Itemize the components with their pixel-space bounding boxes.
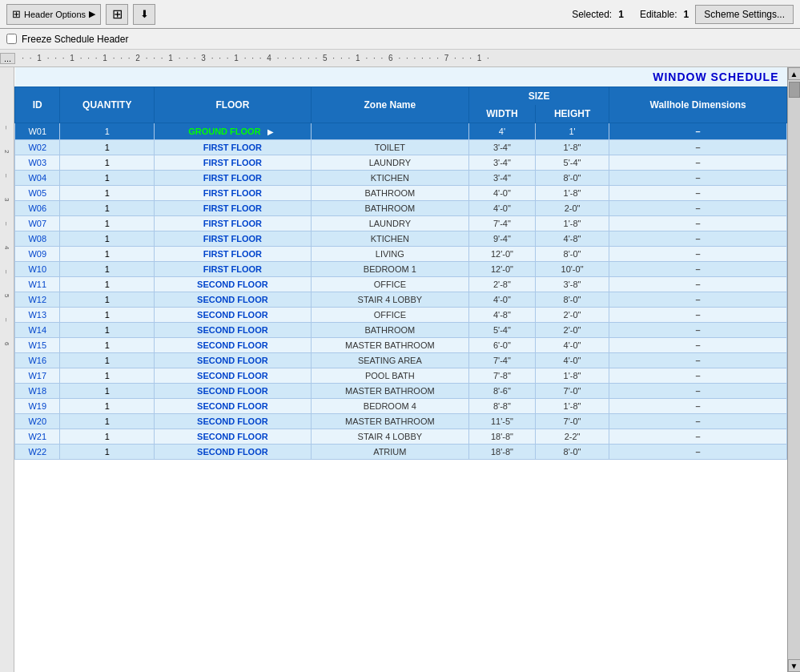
cell-qty: 1 <box>60 186 155 201</box>
editable-label: Editable: <box>640 9 677 20</box>
col-header-height: HEIGHT <box>535 105 609 123</box>
cell-width: 2'-8" <box>469 277 536 292</box>
cell-wallhole: – <box>609 323 787 338</box>
table-row[interactable]: W211SECOND FLOORSTAIR 4 LOBBY18'-8"2-2"– <box>15 429 787 445</box>
cell-wallhole: – <box>609 308 787 323</box>
cell-floor: SECOND FLOOR <box>155 277 312 292</box>
cell-width: 7'-4" <box>469 353 536 368</box>
cell-zone: KTICHEN <box>311 231 468 247</box>
selected-value: 1 <box>618 9 624 20</box>
table-row[interactable]: W071FIRST FLOORLAUNDRY7'-4"1'-8"– <box>15 216 787 231</box>
table-row[interactable]: W151SECOND FLOORMASTER BATHROOM6'-0"4'-0… <box>15 338 787 353</box>
col-header-wallhole: Wallhole Dimensions <box>609 87 787 123</box>
scrollbar-right[interactable]: ▲ ▼ <box>787 67 800 672</box>
cell-zone: OFFICE <box>311 277 468 292</box>
cell-id: W20 <box>15 414 60 429</box>
toolbar-left: ⊞ Header Options ▶ ⊞ ⬇ <box>6 4 155 25</box>
cell-zone: BATHROOM <box>311 186 468 201</box>
ruler-mark-2: 2 <box>0 139 14 163</box>
table-row[interactable]: W111SECOND FLOOROFFICE2'-8"3'-8"– <box>15 277 787 292</box>
cell-width: 12'-0" <box>469 262 536 277</box>
cell-id: W21 <box>15 429 60 445</box>
cell-width: 5'-4" <box>469 323 536 338</box>
table-row[interactable]: W171SECOND FLOORPOOL BATH7'-8"1'-8"– <box>15 368 787 384</box>
table-row[interactable]: W021FIRST FLOORTOILET3'-4"1'-8"– <box>15 140 787 155</box>
table-row[interactable]: W051FIRST FLOORBATHROOM4'-0"1'-8"– <box>15 186 787 201</box>
cell-qty: 1 <box>60 247 155 262</box>
ruler-marks: · · 1 · · · 1 · · · 1 · · · 2 · · · 1 · … <box>22 54 491 62</box>
cell-zone: MASTER BATHROOM <box>311 384 468 399</box>
cell-zone: BATHROOM <box>311 323 468 338</box>
cell-wallhole: – <box>609 186 787 201</box>
cell-floor: SECOND FLOOR <box>155 445 312 460</box>
cell-width: 4'-0" <box>469 201 536 216</box>
table-row[interactable]: W101FIRST FLOORBEDROOM 112'-0"10'-0"– <box>15 262 787 277</box>
freeze-label[interactable]: Freeze Schedule Header <box>22 34 128 45</box>
cell-qty: 1 <box>60 201 155 216</box>
table-row[interactable]: W031FIRST FLOORLAUNDRY3'-4"5'-4"– <box>15 155 787 171</box>
table-row[interactable]: W131SECOND FLOOROFFICE4'-8"2'-0"– <box>15 308 787 323</box>
cell-wallhole: – <box>609 123 787 140</box>
table-row[interactable]: W191SECOND FLOORBEDROOM 48'-8"1'-8"– <box>15 399 787 414</box>
cell-id: W22 <box>15 445 60 460</box>
download-icon-button[interactable]: ⬇ <box>133 4 155 25</box>
ruler-menu-btn[interactable]: ... <box>0 53 15 64</box>
cell-width: 4'-8" <box>469 308 536 323</box>
cell-floor: FIRST FLOOR <box>155 155 312 171</box>
table-row[interactable]: W091FIRST FLOORLIVING12'-0"8'-0"– <box>15 247 787 262</box>
cell-floor: SECOND FLOOR <box>155 308 312 323</box>
cell-id: W16 <box>15 353 60 368</box>
table-row[interactable]: W041FIRST FLOORKTICHEN3'-4"8'-0"– <box>15 171 787 186</box>
ruler-mark-9: – <box>0 308 14 332</box>
cell-height: 4'-0" <box>535 338 609 353</box>
scroll-down-button[interactable]: ▼ <box>788 659 801 672</box>
table-row[interactable]: W201SECOND FLOORMASTER BATHROOM11'-5"7'-… <box>15 414 787 429</box>
cell-wallhole: – <box>609 216 787 231</box>
table-row[interactable]: W121SECOND FLOORSTAIR 4 LOBBY4'-0"8'-0"– <box>15 292 787 308</box>
cell-zone: BEDROOM 1 <box>311 262 468 277</box>
next-button[interactable]: ▶ <box>264 126 277 137</box>
table-row[interactable]: W161SECOND FLOORSEATING AREA7'-4"4'-0"– <box>15 353 787 368</box>
schedule-title: WINDOW SCHEDULE <box>15 67 787 87</box>
table-container[interactable]: WINDOW SCHEDULE ID QUANTITY FLOOR Zone N… <box>14 67 787 672</box>
col-header-floor: FLOOR <box>155 87 312 123</box>
cell-height: 1'-8" <box>535 216 609 231</box>
cell-qty: 1 <box>60 216 155 231</box>
ruler-mark-10: 6 <box>0 332 14 356</box>
cell-floor: FIRST FLOOR <box>155 201 312 216</box>
cell-wallhole: – <box>609 384 787 399</box>
scrollbar-thumb[interactable] <box>789 82 800 98</box>
cell-width: 18'-8" <box>469 429 536 445</box>
scroll-up-button[interactable]: ▲ <box>788 67 801 80</box>
main-content: – 2 – 3 – 4 – 5 – 6 WINDOW SCHEDULE ID Q… <box>0 67 800 672</box>
table-row[interactable]: W081FIRST FLOORKTICHEN9'-4"4'-8"– <box>15 231 787 247</box>
table-row[interactable]: W181SECOND FLOORMASTER BATHROOM8'-6"7'-0… <box>15 384 787 399</box>
cell-height: 8'-0" <box>535 292 609 308</box>
ruler-mark-5: – <box>0 211 14 235</box>
top-bar: ⊞ Header Options ▶ ⊞ ⬇ Selected: 1 Edita… <box>0 0 800 29</box>
cell-floor: SECOND FLOOR <box>155 414 312 429</box>
cell-id: W10 <box>15 262 60 277</box>
cell-wallhole: – <box>609 414 787 429</box>
grid-icon-button[interactable]: ⊞ <box>106 4 128 25</box>
freeze-checkbox[interactable] <box>6 34 17 44</box>
cell-zone: STAIR 4 LOBBY <box>311 429 468 445</box>
cell-wallhole: – <box>609 399 787 414</box>
cell-zone: KTICHEN <box>311 171 468 186</box>
table-row[interactable]: W061FIRST FLOORBATHROOM4'-0"2-0"– <box>15 201 787 216</box>
col-header-qty: QUANTITY <box>60 87 155 123</box>
cell-qty: 1 <box>60 231 155 247</box>
cell-qty: 1 <box>60 155 155 171</box>
cell-id: W18 <box>15 384 60 399</box>
col-header-id: ID <box>15 87 60 123</box>
cell-zone: POOL BATH <box>311 368 468 384</box>
table-row[interactable]: W221SECOND FLOORATRIUM18'-8"8'-0"– <box>15 445 787 460</box>
table-row[interactable]: W141SECOND FLOORBATHROOM5'-4"2'-0"– <box>15 323 787 338</box>
cell-zone: TOILET <box>311 140 468 155</box>
cell-wallhole: – <box>609 140 787 155</box>
header-options-button[interactable]: ⊞ Header Options ▶ <box>6 4 101 25</box>
scheme-settings-button[interactable]: Scheme Settings... <box>695 5 794 24</box>
table-row[interactable]: W011GROUND FLOOR▶4'1'– <box>15 123 787 140</box>
cell-wallhole: – <box>609 292 787 308</box>
cell-width: 4'-0" <box>469 186 536 201</box>
